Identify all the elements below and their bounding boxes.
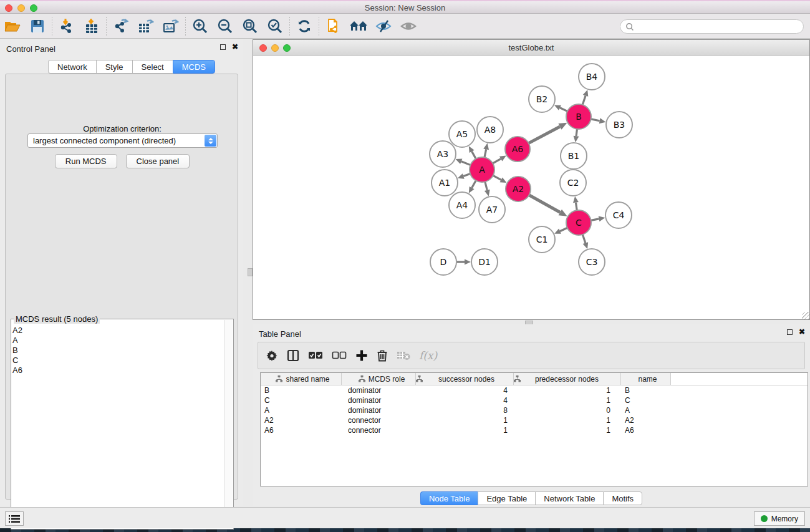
task-history-button[interactable]	[5, 511, 24, 526]
column-header-mcds-role[interactable]: MCDS role	[342, 373, 416, 385]
resize-grip-icon[interactable]	[802, 312, 809, 319]
open-file-icon[interactable]	[0, 16, 25, 37]
graph-edge[interactable]	[472, 152, 476, 159]
criterion-select[interactable]: largest connected component (directed)	[27, 133, 218, 148]
table-cell[interactable]: 1	[514, 426, 621, 435]
vertical-splitter-handle[interactable]	[248, 268, 253, 276]
graph-edge[interactable]	[591, 119, 600, 121]
home-icon[interactable]	[346, 16, 371, 37]
tab-mcds[interactable]: MCDS	[173, 60, 215, 74]
mcds-result-item[interactable]: A	[12, 336, 22, 346]
export-network-icon[interactable]	[108, 16, 133, 37]
import-network-icon[interactable]	[54, 16, 79, 37]
network-canvas[interactable]: B4B2BB3A8A5A6A3B1AA1C2A2A4A7C4CC1C3DD1	[254, 56, 809, 319]
deselect-all-icon[interactable]	[332, 351, 347, 360]
tab-network-table[interactable]: Network Table	[535, 491, 603, 505]
graph-edge[interactable]	[576, 203, 577, 211]
table-cell[interactable]: dominator	[342, 406, 416, 415]
graph-edge[interactable]	[529, 195, 560, 213]
tab-node-table[interactable]: Node Table	[420, 491, 478, 505]
select-all-icon[interactable]	[308, 351, 323, 360]
refresh-icon[interactable]	[292, 16, 317, 37]
table-row[interactable]: Cdominator41C	[261, 395, 808, 405]
mcds-result-item[interactable]: A2	[12, 326, 22, 336]
zoom-out-icon[interactable]	[213, 16, 238, 37]
zoom-selected-icon[interactable]	[263, 16, 287, 37]
table-cell[interactable]: dominator	[342, 386, 416, 395]
table-cell[interactable]: A6	[261, 426, 342, 435]
table-cell[interactable]: 0	[514, 406, 621, 415]
table-cell[interactable]: 8	[416, 406, 514, 415]
table-cell[interactable]: B	[261, 386, 342, 395]
graph-edge[interactable]	[591, 219, 599, 220]
memory-button[interactable]: Memory	[754, 511, 805, 526]
delete-table-icon[interactable]	[397, 351, 410, 360]
graph-edge[interactable]	[529, 127, 560, 143]
table-row[interactable]: Bdominator41B	[261, 385, 808, 395]
graph-edge[interactable]	[493, 175, 501, 180]
table-row[interactable]: A6connector11A6	[261, 425, 808, 435]
table-row[interactable]: A2connector11A2	[261, 415, 808, 425]
table-cell[interactable]: B	[621, 386, 671, 395]
table-cell[interactable]: A	[261, 406, 342, 415]
mcds-result-item[interactable]: B	[12, 346, 22, 355]
column-header-name[interactable]: name	[621, 373, 671, 385]
tab-edge-table[interactable]: Edge Table	[478, 491, 535, 505]
close-panel-button[interactable]: Close panel	[126, 154, 190, 168]
import-table-icon[interactable]	[79, 16, 104, 37]
float-table-panel-icon[interactable]	[787, 329, 793, 335]
mcds-result-item[interactable]: C	[12, 355, 22, 365]
graph-edge[interactable]	[463, 174, 470, 177]
hide-details-icon[interactable]	[371, 16, 396, 37]
table-cell[interactable]: 1	[514, 386, 621, 395]
table-cell[interactable]: C	[621, 396, 671, 405]
close-table-panel-icon[interactable]: ✖	[799, 329, 805, 335]
tab-motifs[interactable]: Motifs	[603, 491, 642, 505]
run-mcds-button[interactable]: Run MCDS	[55, 154, 117, 168]
graph-edge[interactable]	[582, 235, 586, 243]
float-panel-icon[interactable]	[220, 44, 226, 50]
delete-icon[interactable]	[377, 349, 388, 362]
close-panel-icon[interactable]: ✖	[232, 44, 238, 50]
graph-edge[interactable]	[485, 149, 486, 157]
table-cell[interactable]: dominator	[342, 396, 416, 405]
mcds-result-item[interactable]: A6	[12, 365, 22, 375]
node-table[interactable]: shared name MCDS role successor nodes pr…	[260, 372, 808, 486]
columns-icon[interactable]	[287, 349, 299, 362]
show-details-icon[interactable]	[396, 16, 421, 37]
table-cell[interactable]: C	[261, 396, 342, 405]
tab-network[interactable]: Network	[48, 60, 96, 74]
table-cell[interactable]: connector	[342, 416, 416, 425]
graph-edge[interactable]	[560, 228, 567, 231]
graph-edge[interactable]	[485, 181, 487, 190]
table-cell[interactable]: 1	[514, 416, 621, 425]
table-cell[interactable]: 1	[416, 416, 514, 425]
tab-style[interactable]: Style	[96, 60, 132, 74]
zoom-fit-icon[interactable]	[238, 16, 263, 37]
graph-edge[interactable]	[493, 159, 501, 163]
graph-edge[interactable]	[461, 162, 471, 165]
graph-edge[interactable]	[576, 129, 577, 136]
table-cell[interactable]: A6	[621, 426, 671, 435]
graph-edge[interactable]	[472, 180, 476, 188]
table-cell[interactable]: 1	[416, 426, 514, 435]
add-column-icon[interactable]	[355, 349, 368, 362]
export-image-icon[interactable]	[158, 16, 183, 37]
column-header-shared-name[interactable]: shared name	[261, 373, 342, 385]
mcds-result-scrollbar[interactable]	[224, 320, 233, 528]
search-input[interactable]	[634, 21, 803, 32]
column-header-successor-nodes[interactable]: successor nodes	[416, 373, 514, 385]
graph-edge[interactable]	[560, 108, 567, 112]
export-table-icon[interactable]	[133, 16, 158, 37]
function-builder-icon[interactable]: f(x)	[419, 349, 437, 362]
zoom-in-icon[interactable]	[188, 16, 213, 37]
gear-icon[interactable]	[266, 349, 278, 362]
save-session-icon[interactable]	[25, 16, 50, 37]
table-cell[interactable]: A2	[621, 416, 671, 425]
graph-edge[interactable]	[582, 95, 586, 105]
new-network-icon[interactable]	[321, 16, 346, 37]
table-cell[interactable]: A2	[261, 416, 342, 425]
table-row[interactable]: Adominator80A	[261, 405, 808, 415]
table-cell[interactable]: 4	[416, 386, 514, 395]
table-cell[interactable]: 1	[514, 396, 621, 405]
